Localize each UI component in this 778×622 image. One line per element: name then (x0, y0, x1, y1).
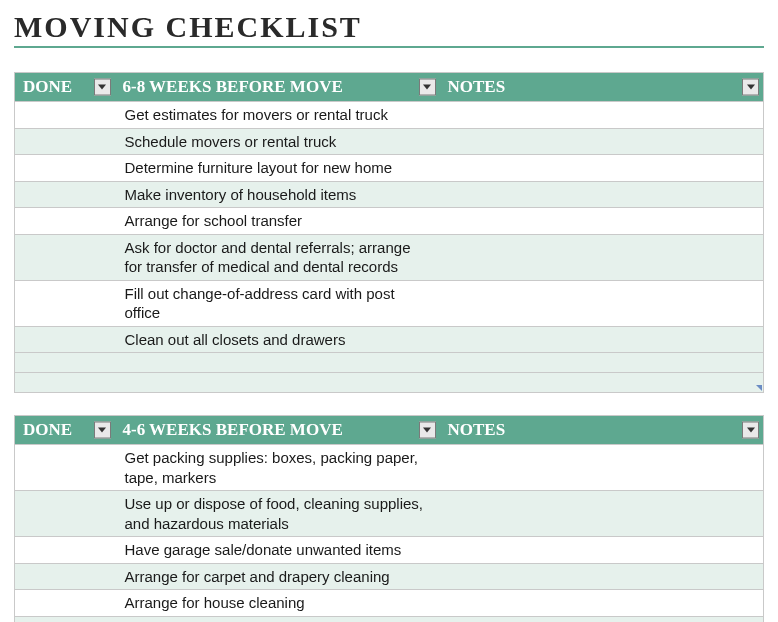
notes-cell[interactable] (440, 280, 764, 326)
column-label: NOTES (448, 77, 506, 96)
task-cell[interactable]: Clean out all closets and drawers (115, 326, 440, 353)
notes-cell[interactable] (440, 181, 764, 208)
done-cell[interactable] (15, 234, 115, 280)
done-cell[interactable] (15, 208, 115, 235)
table-row: Have garage sale/donate unwanted items (15, 537, 764, 564)
notes-cell[interactable] (440, 102, 764, 129)
table-row: Get packing supplies: boxes, packing pap… (15, 445, 764, 491)
column-label: DONE (23, 77, 72, 96)
task-cell[interactable]: Get estimates for movers or rental truck (115, 102, 440, 129)
done-cell[interactable] (15, 102, 115, 129)
checklist-section: DONE6-8 WEEKS BEFORE MOVENOTESGet estima… (14, 72, 764, 393)
column-label: 6-8 WEEKS BEFORE MOVE (123, 77, 343, 96)
column-label: 4-6 WEEKS BEFORE MOVE (123, 420, 343, 439)
done-cell[interactable] (15, 616, 115, 622)
task-cell[interactable]: Arrange for house cleaning (115, 590, 440, 617)
task-cell[interactable]: Ask for doctor and dental referrals; arr… (115, 234, 440, 280)
table-row: Make inventory of household items (15, 181, 764, 208)
column-header-done: DONE (15, 73, 115, 102)
notes-cell[interactable] (440, 234, 764, 280)
task-cell[interactable] (115, 353, 440, 373)
notes-cell[interactable] (440, 326, 764, 353)
table-row: Arrange for carpet and drapery cleaning (15, 563, 764, 590)
column-header-task: 4-6 WEEKS BEFORE MOVE (115, 416, 440, 445)
page-title: MOVING CHECKLIST (14, 10, 764, 44)
notes-cell[interactable] (440, 208, 764, 235)
task-cell[interactable]: Determine furniture layout for new home (115, 155, 440, 182)
done-cell[interactable] (15, 326, 115, 353)
notes-cell[interactable] (440, 616, 764, 622)
table-row: Schedule movers or rental truck (15, 128, 764, 155)
done-cell[interactable] (15, 590, 115, 617)
task-cell[interactable]: Get packing supplies: boxes, packing pap… (115, 445, 440, 491)
task-cell[interactable]: Fill out change-of-address card with pos… (115, 280, 440, 326)
filter-dropdown-icon[interactable] (94, 79, 111, 96)
filter-dropdown-icon[interactable] (419, 79, 436, 96)
done-cell[interactable] (15, 155, 115, 182)
notes-cell[interactable] (440, 590, 764, 617)
notes-cell[interactable] (440, 563, 764, 590)
notes-cell[interactable] (440, 537, 764, 564)
task-cell[interactable]: Schedule movers or rental truck (115, 128, 440, 155)
done-cell[interactable] (15, 491, 115, 537)
filter-dropdown-icon[interactable] (742, 79, 759, 96)
table-row: Get estimates for movers or rental truck (15, 102, 764, 129)
task-cell[interactable]: Arrange for school transfer (115, 208, 440, 235)
column-header-notes: NOTES (440, 73, 764, 102)
notes-cell[interactable] (440, 373, 764, 393)
done-cell[interactable] (15, 128, 115, 155)
done-cell[interactable] (15, 353, 115, 373)
checklist-section: DONE4-6 WEEKS BEFORE MOVENOTESGet packin… (14, 415, 764, 622)
notes-cell[interactable] (440, 353, 764, 373)
column-header-done: DONE (15, 416, 115, 445)
notes-cell[interactable] (440, 445, 764, 491)
task-cell[interactable]: Have garage sale/donate unwanted items (115, 537, 440, 564)
column-label: NOTES (448, 420, 506, 439)
table-row: Arrange for school transfer (15, 208, 764, 235)
filter-dropdown-icon[interactable] (94, 422, 111, 439)
done-cell[interactable] (15, 445, 115, 491)
notes-cell[interactable] (440, 155, 764, 182)
filter-dropdown-icon[interactable] (419, 422, 436, 439)
notes-cell[interactable] (440, 491, 764, 537)
table-row: Arrange for move of pets (15, 616, 764, 622)
done-cell[interactable] (15, 373, 115, 393)
table-row: Fill out change-of-address card with pos… (15, 280, 764, 326)
done-cell[interactable] (15, 181, 115, 208)
table-row: Clean out all closets and drawers (15, 326, 764, 353)
done-cell[interactable] (15, 563, 115, 590)
column-header-notes: NOTES (440, 416, 764, 445)
table-row: Use up or dispose of food, cleaning supp… (15, 491, 764, 537)
column-label: DONE (23, 420, 72, 439)
done-cell[interactable] (15, 537, 115, 564)
table-row: Determine furniture layout for new home (15, 155, 764, 182)
table-row (15, 373, 764, 393)
task-cell[interactable]: Arrange for move of pets (115, 616, 440, 622)
done-cell[interactable] (15, 280, 115, 326)
table-row: Ask for doctor and dental referrals; arr… (15, 234, 764, 280)
table-row: Arrange for house cleaning (15, 590, 764, 617)
title-rule (14, 46, 764, 48)
column-header-task: 6-8 WEEKS BEFORE MOVE (115, 73, 440, 102)
task-cell[interactable]: Use up or dispose of food, cleaning supp… (115, 491, 440, 537)
task-cell[interactable] (115, 373, 440, 393)
notes-cell[interactable] (440, 128, 764, 155)
task-cell[interactable]: Arrange for carpet and drapery cleaning (115, 563, 440, 590)
task-cell[interactable]: Make inventory of household items (115, 181, 440, 208)
filter-dropdown-icon[interactable] (742, 422, 759, 439)
table-row (15, 353, 764, 373)
